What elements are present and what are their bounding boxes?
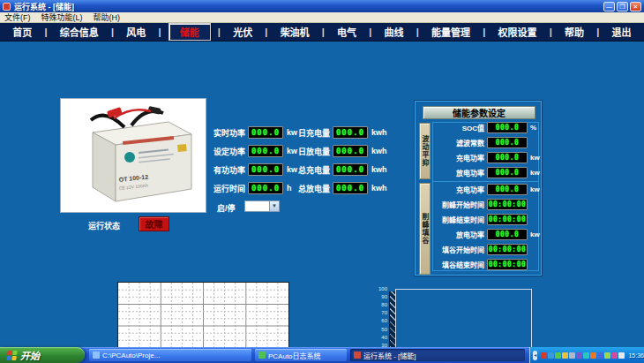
setting-value[interactable]: 000.0 [487, 137, 528, 148]
led-display: 000.0 [333, 145, 368, 157]
y-tick-label: 90 [374, 294, 387, 299]
y-tick-label: 40 [374, 335, 387, 340]
menu-bar: 文件(F) 特殊功能(L) 帮助(H) [0, 12, 644, 23]
tray-icon[interactable] [569, 352, 575, 359]
setting-label: 滤波常数 [433, 138, 484, 147]
setting-value[interactable]: 000.0 [487, 167, 528, 178]
taskbar-button-label: 运行系统 - [储能] [363, 351, 416, 360]
start-button[interactable]: 开始 [0, 347, 85, 363]
nav-separator: | [158, 26, 161, 37]
menu-file[interactable]: 文件(F) [4, 11, 31, 23]
setting-label: 削峰开始时间 [433, 200, 484, 209]
setting-value[interactable]: 000.0 [487, 122, 528, 133]
nav-electrical[interactable]: 电气 [332, 24, 362, 40]
setting-label: SOC值 [433, 123, 484, 132]
tray-chevron-icon[interactable]: ◂ [533, 351, 537, 360]
application-window: 运行系统 - [储能] — ❐ ✕ 文件(F) 特殊功能(L) 帮助(H) 首页… [0, 0, 644, 363]
nav-exit[interactable]: 退出 [607, 24, 637, 40]
title-bar: 运行系统 - [储能] — ❐ ✕ [0, 0, 644, 12]
led-display: 000.0 [333, 163, 368, 176]
setting-label: 削峰结束时间 [433, 215, 484, 224]
setting-label: 填谷开始时间 [433, 245, 484, 254]
minimize-button[interactable]: — [603, 2, 615, 11]
metric-row: 日放电量 000.0 kwh [296, 145, 387, 157]
metric-label: 运行时间 [212, 183, 245, 194]
metric-label: 设定功率 [212, 146, 245, 157]
metric-row: 有功功率 000.0 kw [212, 163, 297, 176]
tray-icon[interactable] [548, 352, 554, 359]
setting-label: 充电功率 [433, 185, 484, 194]
settings-panel-title: 储能参数设定 [423, 106, 535, 119]
setting-row: 滤波常数 000.0 [433, 137, 530, 148]
task-icon [93, 352, 100, 359]
led-display: 000.0 [333, 126, 368, 139]
metric-label: 总充电量 [296, 164, 330, 176]
nav-separator: | [369, 26, 371, 37]
nav-wind[interactable]: 风电 [121, 24, 151, 40]
nav-home[interactable]: 首页 [7, 24, 37, 40]
nav-pv[interactable]: 光伏 [228, 24, 258, 40]
task-icon [258, 352, 266, 359]
tray-icon[interactable] [541, 352, 547, 359]
setting-value[interactable]: 00:00:00 [487, 214, 528, 225]
start-stop-select[interactable]: ▼ [244, 200, 280, 212]
setting-value[interactable]: 00:00:00 [487, 199, 528, 210]
metric-row: 实时功率 000.0 kw [212, 126, 297, 139]
nav-curves[interactable]: 曲线 [379, 24, 409, 40]
tab-peak-shaving[interactable]: 削峰填谷 [419, 183, 431, 275]
setting-value[interactable]: 000.0 [487, 184, 528, 195]
windows-logo-icon [6, 351, 18, 360]
metric-unit: kwh [371, 128, 387, 137]
nav-separator: | [218, 26, 221, 37]
nav-energy-mgmt[interactable]: 能量管理 [426, 24, 476, 40]
taskbar-button-explorer[interactable]: C:\PCAuto\Proje... [89, 349, 251, 361]
menu-help[interactable]: 帮助(H) [94, 11, 121, 23]
nav-help[interactable]: 帮助 [559, 24, 589, 40]
tray-icon[interactable] [590, 352, 596, 359]
nav-separator: | [596, 26, 599, 37]
taskbar-button-run-system[interactable]: 运行系统 - [储能] [350, 349, 525, 361]
nav-storage-active[interactable]: 储能 [168, 23, 211, 41]
setting-row: 削峰开始时间 00:00:00 [433, 199, 530, 210]
tray-icon[interactable] [611, 352, 618, 359]
tray-icon[interactable] [562, 352, 568, 359]
nav-permissions[interactable]: 权限设置 [493, 24, 543, 40]
settings-panel: 储能参数设定 波动平抑 削峰填谷 SOC值 000.0 % 滤波常数 000.0… [415, 101, 542, 276]
tray-icon[interactable] [576, 352, 582, 359]
setting-value[interactable]: 000.0 [487, 152, 528, 163]
setting-value[interactable]: 00:00:00 [487, 244, 528, 255]
metric-unit: kwh [371, 147, 387, 155]
nav-bar: 首页| 综合信息| 风电| 储能| 光伏| 柴油机| 电气| 曲线| 能量管理|… [0, 23, 644, 42]
battery-image: OT 100-12 CE 12V 100Ah [60, 98, 206, 213]
metric-row: 设定功率 000.0 kw [212, 145, 297, 157]
taskbar-clock: 15:36 [628, 352, 644, 359]
nav-separator: | [322, 26, 325, 37]
setting-label: 充电功率 [433, 153, 484, 163]
tray-icon[interactable] [604, 352, 610, 359]
y-tick-label: 50 [374, 327, 387, 332]
taskbar-button-log-system[interactable]: PCAuto日志系统 [255, 349, 347, 361]
tab-fluctuation-smoothing[interactable]: 波动平抑 [419, 123, 431, 179]
taskbar-button-label: PCAuto日志系统 [268, 351, 321, 360]
nav-overview[interactable]: 综合信息 [55, 24, 104, 40]
setting-row: 放电功率 000.0 kw [433, 229, 540, 240]
taskbar-button-label: C:\PCAuto\Proje... [102, 352, 160, 359]
close-button[interactable]: ✕ [630, 2, 641, 11]
setting-value[interactable]: 000.0 [487, 229, 528, 240]
maximize-button[interactable]: ❐ [617, 2, 628, 11]
setting-unit: kw [530, 231, 540, 238]
chevron-down-icon[interactable]: ▼ [269, 201, 279, 211]
tray-icon[interactable] [597, 352, 603, 359]
metric-label: 日放电量 [296, 146, 330, 157]
tray-icon[interactable] [583, 352, 589, 359]
setting-label: 放电功率 [433, 230, 484, 239]
tray-icon[interactable] [618, 352, 625, 359]
start-button-label: 开始 [20, 348, 40, 362]
tray-icon[interactable] [555, 352, 561, 359]
setting-unit: kw [530, 154, 540, 162]
nav-diesel[interactable]: 柴油机 [275, 24, 315, 40]
y-tick-label: 100 [374, 286, 387, 291]
setting-row: 充电功率 000.0 kw [433, 184, 540, 195]
setting-value[interactable]: 00:00:00 [487, 259, 528, 270]
menu-special-functions[interactable]: 特殊功能(L) [41, 11, 83, 23]
